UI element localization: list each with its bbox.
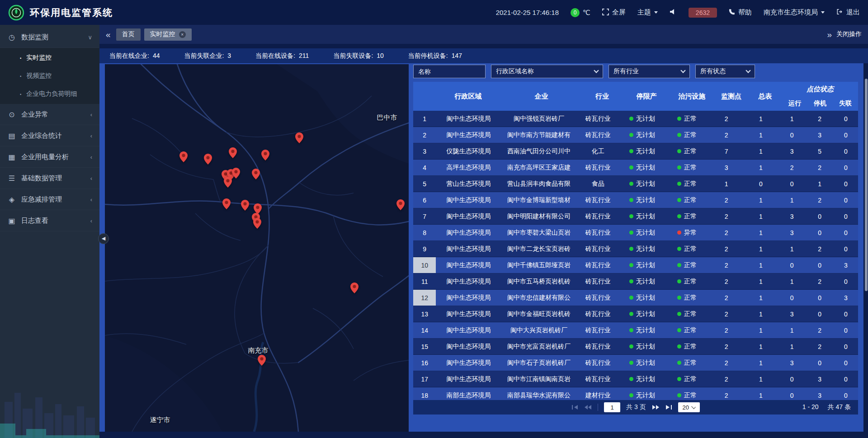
- row-industry: 砖瓦行业: [576, 257, 619, 273]
- map-pin[interactable]: [179, 151, 188, 162]
- close-icon[interactable]: ×: [179, 31, 186, 38]
- sidebar-item[interactable]: ·实时监控: [0, 49, 99, 67]
- tabs-scroll-right-icon[interactable]: »: [827, 30, 832, 39]
- sidebar-group[interactable]: ▣日志查看‹: [0, 210, 99, 231]
- map-pin[interactable]: [252, 169, 260, 179]
- sidebar-group[interactable]: ◷数据监测∨: [0, 27, 99, 48]
- table-row[interactable]: 6阆中生态环境局阆中市金博瑞新型墙材砖瓦行业无计划正常21120: [413, 192, 858, 208]
- map-pin[interactable]: [258, 355, 266, 366]
- region-filter-value: 行政区域名称: [496, 67, 534, 75]
- row-total-count: 1: [744, 257, 778, 273]
- col-facility: 治污设施: [670, 82, 714, 111]
- map-pin[interactable]: [232, 168, 240, 179]
- filter-bar: 行政区域名称 所有行业 所有状态: [413, 65, 858, 78]
- close-operations-label: 关闭操作: [836, 30, 862, 38]
- table-row[interactable]: 3仪陇生态环境局西南油气田分公司川中化工无计划正常71350: [413, 143, 858, 160]
- table-header: 行政区域 企业 行业 停限产 治污设施 监测点 总表 点位状态 运行 停机: [413, 82, 858, 111]
- row-limit-status: 无计划: [619, 339, 665, 354]
- table-row[interactable]: 17阆中生态环境局阆中市江南镇阆南页岩砖瓦行业无计划正常21030: [413, 371, 858, 387]
- organization-dropdown[interactable]: 南充市生态环境局: [764, 8, 825, 17]
- table-row[interactable]: 2阆中生态环境局阆中市南方节能建材有砖瓦行业无计划正常21030: [413, 127, 858, 143]
- sidebar-group[interactable]: ▤企业综合统计‹: [0, 125, 99, 146]
- map-panel[interactable]: ◀: [105, 64, 409, 432]
- sidebar-group[interactable]: ▦企业用电量分析‹: [0, 146, 99, 168]
- page-input[interactable]: 1: [604, 402, 620, 412]
- row-total-count: 1: [744, 322, 778, 338]
- facility-label: 正常: [684, 164, 697, 172]
- help-button[interactable]: 帮助: [729, 8, 752, 17]
- close-operations-dropdown[interactable]: » 关闭操作: [827, 30, 862, 39]
- row-limit-status: 无计划: [619, 160, 665, 175]
- map-pin[interactable]: [229, 147, 237, 158]
- row-index: 4: [413, 160, 436, 175]
- col-lost: 失联: [833, 96, 858, 111]
- page-size-select[interactable]: 20: [678, 402, 700, 412]
- row-industry: 砖瓦行业: [576, 127, 619, 143]
- map-pin[interactable]: [350, 283, 359, 293]
- col-run: 运行: [782, 96, 807, 111]
- row-stop-count: 2: [806, 322, 833, 338]
- table-row[interactable]: 5营山生态环境局营山县润丰肉食品有限食品无计划正常10010: [413, 176, 858, 192]
- row-region: 阆中生态环境局: [436, 371, 501, 387]
- map-pin[interactable]: [261, 150, 269, 160]
- table-row[interactable]: 7阆中生态环境局阆中明阳建材有限公司砖瓦行业无计划正常21300: [413, 208, 858, 225]
- table-row[interactable]: 12阆中生态环境局阆中市忠信建材有限公砖瓦行业无计划正常21003: [413, 290, 858, 306]
- row-industry: 建材行业: [576, 387, 619, 400]
- table-row[interactable]: 13阆中生态环境局阆中市金福旺页岩机砖砖瓦行业无计划正常21300: [413, 306, 858, 322]
- map-pin[interactable]: [222, 198, 231, 209]
- map-canvas[interactable]: 巴中市南充市遂宁市: [105, 64, 409, 432]
- row-lost-count: 0: [834, 192, 858, 208]
- mute-button[interactable]: [670, 9, 677, 16]
- next-page-button[interactable]: [652, 405, 660, 410]
- table-row[interactable]: 9阆中生态环境局阆中市二龙长宝页岩砖砖瓦行业无计划正常21120: [413, 241, 858, 257]
- sidebar-group[interactable]: ☰基础数据管理‹: [0, 168, 99, 189]
- first-page-button[interactable]: [571, 405, 578, 410]
- theme-dropdown[interactable]: 主题: [637, 8, 658, 17]
- status-dot-icon: [677, 165, 681, 170]
- table-row[interactable]: 11阆中生态环境局阆中市五马桥页岩机砖砖瓦行业无计划正常21120: [413, 273, 858, 290]
- name-filter-input[interactable]: [413, 65, 486, 78]
- table-row[interactable]: 16阆中生态环境局阆中市石子页岩机砖厂砖瓦行业无计划正常21300: [413, 355, 858, 371]
- tab[interactable]: 首页: [116, 28, 141, 41]
- row-stop-count: 2: [806, 160, 833, 175]
- fullscreen-button[interactable]: 全屏: [602, 8, 626, 17]
- map-pin[interactable]: [224, 177, 232, 188]
- region-filter-select[interactable]: 行政区域名称: [491, 65, 603, 78]
- tab[interactable]: 实时监控×: [144, 28, 192, 41]
- prev-page-button[interactable]: [584, 405, 592, 410]
- table-row[interactable]: 15阆中生态环境局阆中市光富页岩机砖厂砖瓦行业无计划正常21120: [413, 339, 858, 355]
- row-monitor-count: 2: [709, 225, 744, 240]
- table-row[interactable]: 1阆中生态环境局阆中强锐页岩砖厂砖瓦行业无计划正常21120: [413, 111, 858, 127]
- row-stop-count: 0: [806, 290, 833, 306]
- map-pin[interactable]: [396, 199, 405, 210]
- industry-filter-select[interactable]: 所有行业: [609, 65, 690, 78]
- main-area: « 首页实时监控× » 关闭操作 当前在线企业:44当前失联企业:3当前在线设备…: [99, 25, 868, 438]
- tabs-scroll-left-icon[interactable]: «: [106, 30, 111, 39]
- logout-button[interactable]: 退出: [836, 8, 860, 17]
- table-row[interactable]: 10阆中生态环境局阆中千佛镇五郎垭页岩砖瓦行业无计划正常21003: [413, 257, 858, 273]
- sidebar-item[interactable]: ·视频监控: [0, 67, 99, 85]
- stat-value: 3: [227, 52, 231, 60]
- scrollbar-thumb[interactable]: [865, 79, 868, 291]
- table-row[interactable]: 8阆中生态环境局阆中市枣碧大梁山页岩砖瓦行业无计划异常21300: [413, 225, 858, 241]
- status-filter-select[interactable]: 所有状态: [695, 65, 755, 78]
- row-limit-status: 无计划: [619, 241, 665, 257]
- map-pin[interactable]: [253, 218, 261, 229]
- sidebar-group[interactable]: ⊙企业异常‹: [0, 104, 99, 125]
- status-dot-icon: [629, 312, 633, 316]
- table-row[interactable]: 4高坪生态环境局南充市高坪区王家店建砖瓦行业无计划正常31220: [413, 160, 858, 176]
- last-page-button[interactable]: [665, 405, 672, 410]
- sidebar-group-label: 数据监测: [21, 33, 48, 42]
- facility-label: 正常: [684, 131, 697, 139]
- collapse-panel-button[interactable]: ◀: [98, 233, 109, 244]
- map-pin[interactable]: [295, 132, 303, 143]
- map-pin[interactable]: [241, 200, 249, 211]
- sidebar-item[interactable]: ·企业电力负荷明细: [0, 85, 99, 103]
- alarm-count-badge[interactable]: 2632: [689, 8, 717, 18]
- sidebar-group[interactable]: ◈应急减排管理‹: [0, 189, 99, 210]
- map-pin[interactable]: [204, 154, 212, 165]
- pager-summary: 1 - 20 共 47 条: [802, 403, 851, 411]
- table-row[interactable]: 18南部生态环境局南部县瑞华水泥有限公建材行业无计划正常21030: [413, 387, 858, 400]
- table-row[interactable]: 14阆中生态环境局阆中大兴页岩机砖厂砖瓦行业无计划正常21120: [413, 322, 858, 339]
- row-stop-count: 2: [806, 111, 833, 127]
